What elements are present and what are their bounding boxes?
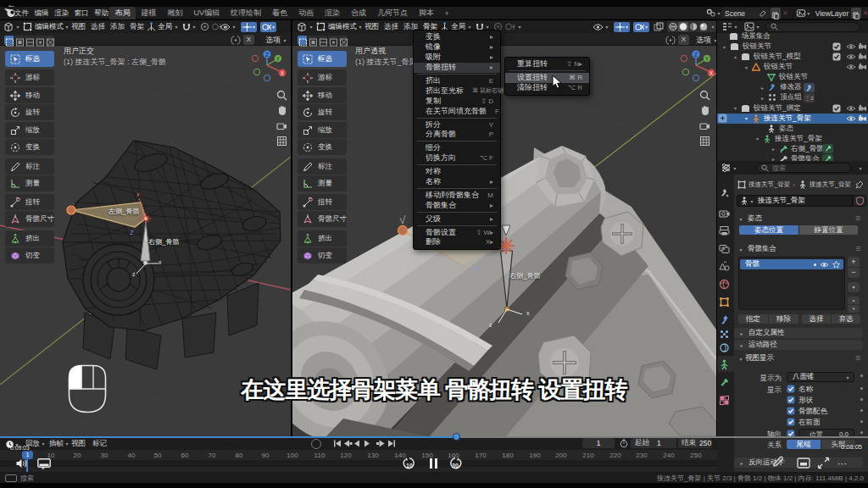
- svg-text:Z: Z: [265, 52, 269, 58]
- svg-text:30: 30: [452, 463, 459, 469]
- svg-text:X: X: [281, 70, 285, 76]
- svg-text:10: 10: [406, 463, 413, 469]
- svg-text:X: X: [709, 70, 714, 76]
- svg-text:Y: Y: [705, 56, 709, 62]
- svg-text:Z: Z: [694, 52, 698, 58]
- svg-text:Y: Y: [276, 56, 281, 62]
